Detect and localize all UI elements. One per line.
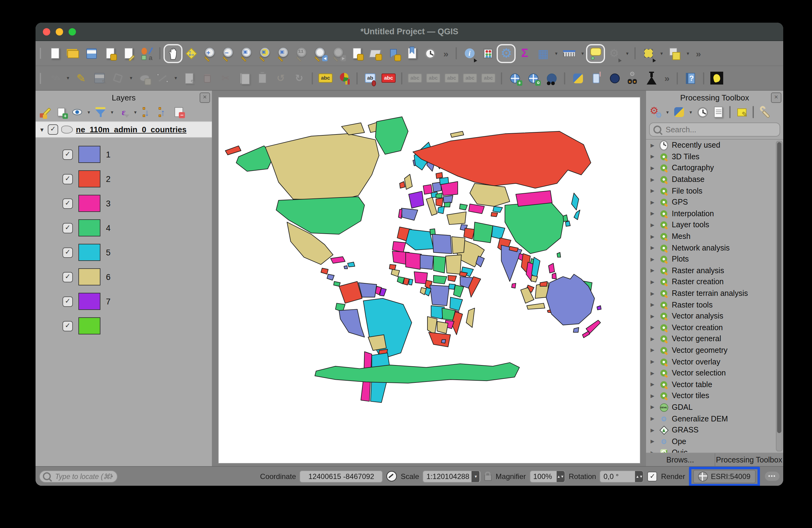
legend-swatch[interactable] [78,195,100,212]
toolbox-group-recently-used[interactable]: ▶Recently used [646,140,783,151]
coordinate-field[interactable]: 12400615 -8467092 [300,470,383,482]
python-console-icon[interactable] [569,70,586,86]
expand-arrow-icon[interactable]: ▶ [649,336,656,342]
toolbox-group-plots[interactable]: ▶Plots [646,254,783,265]
toolbox-group-vector-analysis[interactable]: ▶Vector analysis [646,311,783,322]
close-processing-panel-icon[interactable]: × [771,92,781,103]
map-tips-icon[interactable] [588,45,604,61]
new-map-view-icon[interactable] [348,45,365,61]
deselect-features-icon-dropdown[interactable]: ▾ [685,51,691,56]
add-polygon-feature-icon-dropdown[interactable]: ▾ [128,75,134,81]
redo-icon[interactable]: ↻ [291,70,307,86]
expand-arrow-icon[interactable]: ▶ [649,359,656,365]
expand-arrow-icon[interactable]: ▶ [649,450,656,453]
expand-arrow-icon[interactable]: ▶ [649,393,656,399]
scrollbar-thumb[interactable] [777,142,781,433]
toolbox-group-vector-general[interactable]: ▶Vector general [646,333,783,344]
expand-arrow-icon[interactable]: ▶ [649,291,656,296]
zoom-window-button[interactable] [69,28,76,35]
filter-legend-icon[interactable] [93,105,108,119]
paste-features-icon[interactable] [254,70,271,86]
legend-item-checkbox[interactable]: ✓ [62,321,73,331]
pin-labels-icon[interactable]: ab [362,70,378,86]
expand-arrow-icon[interactable]: ▶ [649,200,656,205]
locator-field[interactable] [39,470,118,482]
layer-row[interactable]: ▼ ✓ ne_110m_admin_0_countries [35,121,212,138]
run-feature-action-icon-dropdown[interactable]: ▾ [624,51,630,56]
toolbox-group-raster-tools[interactable]: ▶Raster tools [646,299,783,311]
help-icon[interactable]: ? [682,70,699,86]
toolbox-group-quic[interactable]: ▶Quic [646,447,783,453]
history-icon[interactable] [695,105,710,119]
new-spatial-bookmark-icon[interactable] [385,45,402,61]
rotate-label-icon[interactable]: abc [462,70,478,86]
expand-arrow-icon[interactable]: ▶ [649,404,656,410]
layer-labeling-icon[interactable]: abc [317,70,334,86]
minimize-window-button[interactable] [56,28,63,35]
zoom-next-icon[interactable]: ▸ [330,45,347,61]
extents-toggle-icon[interactable] [387,471,397,482]
expand-arrow-icon[interactable]: ▶ [649,427,656,433]
toolbox-group-vector-table[interactable]: ▶Vector table [646,379,783,390]
expand-arrow-icon[interactable]: ▶ [649,325,656,330]
legend-item-checkbox[interactable]: ✓ [62,223,73,233]
save-layer-edits-icon[interactable]: ✎ [91,70,108,86]
expand-arrow-icon[interactable]: ▶ [649,188,656,194]
layer-name[interactable]: ne_110m_admin_0_countries [76,125,187,134]
web-search-icon[interactable] [525,70,541,86]
current-edits-icon[interactable]: ✎✎ [46,70,63,86]
legend-swatch[interactable] [78,293,100,310]
scale-field[interactable]: 1:120104288 ▼ [423,470,481,482]
toolbox-group-ope[interactable]: ▶⚙Ope [646,436,783,447]
close-layers-panel-icon[interactable]: × [200,92,210,103]
open-project-icon[interactable] [65,45,82,61]
filter-legend-icon-dropdown[interactable]: ▾ [109,109,115,115]
locator-input[interactable] [54,472,114,481]
pin-unpin-labels-icon[interactable]: abc [407,70,423,86]
processing-search[interactable] [649,123,780,137]
expand-arrow-icon[interactable]: ▶ [649,234,656,239]
copy-features-icon[interactable] [236,70,252,86]
scrollbar[interactable] [776,141,783,452]
processing-toolbox-icon[interactable]: ⚙ [498,45,515,61]
toolbox-group-vector-tiles[interactable]: ▶Vector tiles [646,390,783,401]
scale-lock-icon[interactable] [485,475,492,481]
legend-item-checkbox[interactable]: ✓ [62,198,73,209]
collapse-all-icon[interactable]: ↑ [156,105,170,119]
close-window-button[interactable] [43,28,50,35]
move-label-icon[interactable]: abc [443,70,460,86]
messages-button[interactable]: ••• [765,472,780,481]
expand-arrow-icon[interactable]: ▶ [649,177,656,182]
toolbox-group-3d-tiles[interactable]: ▶3D Tiles [646,151,783,162]
show-hide-labels-icon[interactable]: abc [425,70,441,86]
toolbox-group-raster-analysis[interactable]: ▶Raster analysis [646,265,783,276]
tab-browser[interactable]: Brows... [646,453,714,466]
toolbox-group-file-tools[interactable]: ▶File tools [646,185,783,197]
tab-processing-toolbox[interactable]: Processing Toolbox [714,453,783,466]
manage-map-themes-icon-dropdown[interactable]: ▾ [86,109,92,115]
toolbox-group-cartography[interactable]: ▶Cartography [646,162,783,174]
expand-arrow-icon[interactable]: ▶ [649,211,656,216]
remove-layer-icon[interactable]: − [172,105,186,119]
toolbox-group-vector-creation[interactable]: ▶Vector creation [646,322,783,333]
plugin-binoculars-icon[interactable]: ⚙ [625,70,641,86]
expand-arrow-icon[interactable]: ▶ [649,154,656,160]
legend-swatch[interactable] [78,146,100,163]
magnifier-field[interactable]: 100% ▲▼ [530,470,565,482]
deselect-features-icon[interactable] [667,45,683,61]
current-edits-icon-dropdown[interactable]: ▾ [65,75,71,81]
toolbox-group-raster-creation[interactable]: ▶Raster creation [646,276,783,288]
select-features-icon[interactable]: ▲ [640,45,657,61]
log-icon[interactable] [711,105,726,119]
new-project-icon[interactable] [46,45,63,61]
measure-icon-dropdown[interactable]: ▾ [580,51,586,56]
add-annotation-icon[interactable] [136,70,153,86]
new-3d-map-view-icon[interactable] [367,45,383,61]
style-manager-icon[interactable]: a [139,45,155,61]
pan-map-icon[interactable] [165,45,181,61]
expand-arrow-icon[interactable]: ▶ [649,256,656,262]
web-add-layer-icon[interactable]: + [506,70,523,86]
zoom-last-icon[interactable]: ◂ [312,45,328,61]
title-bar[interactable]: *Untitled Project — QGIS [35,23,783,41]
vertex-tool-icon-dropdown[interactable]: ▾ [173,75,179,81]
